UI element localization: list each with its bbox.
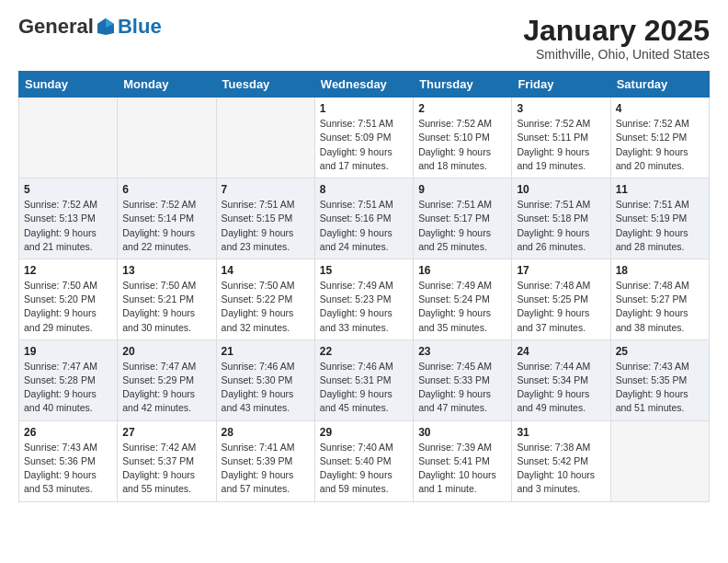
day-number: 26 <box>24 426 112 439</box>
calendar-week-row: 1Sunrise: 7:51 AM Sunset: 5:09 PM Daylig… <box>19 98 710 178</box>
day-info: Sunrise: 7:44 AM Sunset: 5:34 PM Dayligh… <box>517 360 605 416</box>
day-cell: 28Sunrise: 7:41 AM Sunset: 5:39 PM Dayli… <box>216 420 314 501</box>
day-cell: 24Sunrise: 7:44 AM Sunset: 5:34 PM Dayli… <box>512 339 610 420</box>
day-header-friday: Friday <box>512 72 610 98</box>
day-info: Sunrise: 7:39 AM Sunset: 5:41 PM Dayligh… <box>418 441 506 497</box>
day-number: 24 <box>517 345 605 358</box>
day-info: Sunrise: 7:48 AM Sunset: 5:27 PM Dayligh… <box>616 279 704 335</box>
day-number: 27 <box>122 426 210 439</box>
day-info: Sunrise: 7:48 AM Sunset: 5:25 PM Dayligh… <box>517 279 605 335</box>
day-info: Sunrise: 7:50 AM Sunset: 5:21 PM Dayligh… <box>122 279 210 335</box>
calendar: SundayMondayTuesdayWednesdayThursdayFrid… <box>18 71 710 501</box>
day-info: Sunrise: 7:47 AM Sunset: 5:29 PM Dayligh… <box>122 360 210 416</box>
logo-icon <box>96 17 116 37</box>
day-info: Sunrise: 7:50 AM Sunset: 5:22 PM Dayligh… <box>222 279 310 335</box>
day-info: Sunrise: 7:52 AM Sunset: 5:14 PM Dayligh… <box>122 198 210 254</box>
day-info: Sunrise: 7:43 AM Sunset: 5:35 PM Dayligh… <box>616 360 704 416</box>
day-cell: 7Sunrise: 7:51 AM Sunset: 5:15 PM Daylig… <box>216 178 314 259</box>
day-info: Sunrise: 7:46 AM Sunset: 5:31 PM Dayligh… <box>320 360 408 416</box>
calendar-week-row: 12Sunrise: 7:50 AM Sunset: 5:20 PM Dayli… <box>19 259 710 339</box>
day-number: 14 <box>222 264 310 277</box>
day-number: 28 <box>222 426 310 439</box>
day-info: Sunrise: 7:47 AM Sunset: 5:28 PM Dayligh… <box>24 360 112 416</box>
day-cell: 6Sunrise: 7:52 AM Sunset: 5:14 PM Daylig… <box>118 178 216 259</box>
day-number: 4 <box>616 102 704 115</box>
day-cell: 8Sunrise: 7:51 AM Sunset: 5:16 PM Daylig… <box>314 178 413 259</box>
day-number: 2 <box>418 102 506 115</box>
day-info: Sunrise: 7:51 AM Sunset: 5:18 PM Dayligh… <box>517 198 605 254</box>
day-number: 25 <box>616 345 704 358</box>
day-number: 11 <box>616 183 704 196</box>
day-cell: 27Sunrise: 7:42 AM Sunset: 5:37 PM Dayli… <box>118 420 216 501</box>
day-number: 5 <box>24 183 112 196</box>
logo-blue: Blue <box>118 15 162 39</box>
day-info: Sunrise: 7:41 AM Sunset: 5:39 PM Dayligh… <box>222 441 310 497</box>
day-cell: 26Sunrise: 7:43 AM Sunset: 5:36 PM Dayli… <box>19 420 118 501</box>
day-number: 17 <box>517 264 605 277</box>
day-header-thursday: Thursday <box>414 72 512 98</box>
calendar-week-row: 19Sunrise: 7:47 AM Sunset: 5:28 PM Dayli… <box>19 339 710 420</box>
day-info: Sunrise: 7:38 AM Sunset: 5:42 PM Dayligh… <box>517 441 605 497</box>
location: Smithville, Ohio, United States <box>523 47 710 62</box>
day-number: 23 <box>418 345 506 358</box>
month-title: January 2025 <box>523 15 710 47</box>
day-number: 31 <box>517 426 605 439</box>
logo: General Blue <box>18 15 162 39</box>
day-cell: 16Sunrise: 7:49 AM Sunset: 5:24 PM Dayli… <box>414 259 512 339</box>
day-info: Sunrise: 7:40 AM Sunset: 5:40 PM Dayligh… <box>320 441 408 497</box>
day-cell: 19Sunrise: 7:47 AM Sunset: 5:28 PM Dayli… <box>19 339 118 420</box>
day-info: Sunrise: 7:46 AM Sunset: 5:30 PM Dayligh… <box>222 360 310 416</box>
day-number: 9 <box>418 183 506 196</box>
empty-cell <box>216 98 314 178</box>
day-number: 3 <box>517 102 605 115</box>
day-info: Sunrise: 7:50 AM Sunset: 5:20 PM Dayligh… <box>24 279 112 335</box>
day-cell: 21Sunrise: 7:46 AM Sunset: 5:30 PM Dayli… <box>216 339 314 420</box>
day-number: 7 <box>222 183 310 196</box>
empty-cell <box>610 420 709 501</box>
day-number: 6 <box>122 183 210 196</box>
day-cell: 23Sunrise: 7:45 AM Sunset: 5:33 PM Dayli… <box>414 339 512 420</box>
day-cell: 13Sunrise: 7:50 AM Sunset: 5:21 PM Dayli… <box>118 259 216 339</box>
day-number: 21 <box>222 345 310 358</box>
day-number: 22 <box>320 345 408 358</box>
day-cell: 17Sunrise: 7:48 AM Sunset: 5:25 PM Dayli… <box>512 259 610 339</box>
day-cell: 29Sunrise: 7:40 AM Sunset: 5:40 PM Dayli… <box>314 420 413 501</box>
day-info: Sunrise: 7:51 AM Sunset: 5:15 PM Dayligh… <box>222 198 310 254</box>
day-cell: 11Sunrise: 7:51 AM Sunset: 5:19 PM Dayli… <box>610 178 709 259</box>
day-header-saturday: Saturday <box>610 72 709 98</box>
day-info: Sunrise: 7:45 AM Sunset: 5:33 PM Dayligh… <box>418 360 506 416</box>
day-cell: 20Sunrise: 7:47 AM Sunset: 5:29 PM Dayli… <box>118 339 216 420</box>
logo-general: General <box>18 15 94 39</box>
logo-text: General Blue <box>18 15 162 39</box>
title-block: January 2025 Smithville, Ohio, United St… <box>523 15 710 62</box>
day-cell: 5Sunrise: 7:52 AM Sunset: 5:13 PM Daylig… <box>19 178 118 259</box>
day-info: Sunrise: 7:49 AM Sunset: 5:23 PM Dayligh… <box>320 279 408 335</box>
day-cell: 2Sunrise: 7:52 AM Sunset: 5:10 PM Daylig… <box>414 98 512 178</box>
day-number: 13 <box>122 264 210 277</box>
day-number: 1 <box>320 102 408 115</box>
day-info: Sunrise: 7:52 AM Sunset: 5:10 PM Dayligh… <box>418 117 506 173</box>
day-cell: 10Sunrise: 7:51 AM Sunset: 5:18 PM Dayli… <box>512 178 610 259</box>
day-cell: 1Sunrise: 7:51 AM Sunset: 5:09 PM Daylig… <box>314 98 413 178</box>
day-number: 19 <box>24 345 112 358</box>
calendar-header-row: SundayMondayTuesdayWednesdayThursdayFrid… <box>19 72 710 98</box>
day-info: Sunrise: 7:52 AM Sunset: 5:12 PM Dayligh… <box>616 117 704 173</box>
day-info: Sunrise: 7:51 AM Sunset: 5:09 PM Dayligh… <box>320 117 408 173</box>
day-header-wednesday: Wednesday <box>314 72 413 98</box>
day-number: 10 <box>517 183 605 196</box>
day-header-monday: Monday <box>118 72 216 98</box>
calendar-week-row: 5Sunrise: 7:52 AM Sunset: 5:13 PM Daylig… <box>19 178 710 259</box>
day-cell: 12Sunrise: 7:50 AM Sunset: 5:20 PM Dayli… <box>19 259 118 339</box>
day-cell: 31Sunrise: 7:38 AM Sunset: 5:42 PM Dayli… <box>512 420 610 501</box>
day-info: Sunrise: 7:51 AM Sunset: 5:17 PM Dayligh… <box>418 198 506 254</box>
day-cell: 3Sunrise: 7:52 AM Sunset: 5:11 PM Daylig… <box>512 98 610 178</box>
calendar-week-row: 26Sunrise: 7:43 AM Sunset: 5:36 PM Dayli… <box>19 420 710 501</box>
day-number: 16 <box>418 264 506 277</box>
day-number: 8 <box>320 183 408 196</box>
day-number: 29 <box>320 426 408 439</box>
day-cell: 25Sunrise: 7:43 AM Sunset: 5:35 PM Dayli… <box>610 339 709 420</box>
day-info: Sunrise: 7:51 AM Sunset: 5:16 PM Dayligh… <box>320 198 408 254</box>
empty-cell <box>118 98 216 178</box>
day-info: Sunrise: 7:51 AM Sunset: 5:19 PM Dayligh… <box>616 198 704 254</box>
day-cell: 15Sunrise: 7:49 AM Sunset: 5:23 PM Dayli… <box>314 259 413 339</box>
